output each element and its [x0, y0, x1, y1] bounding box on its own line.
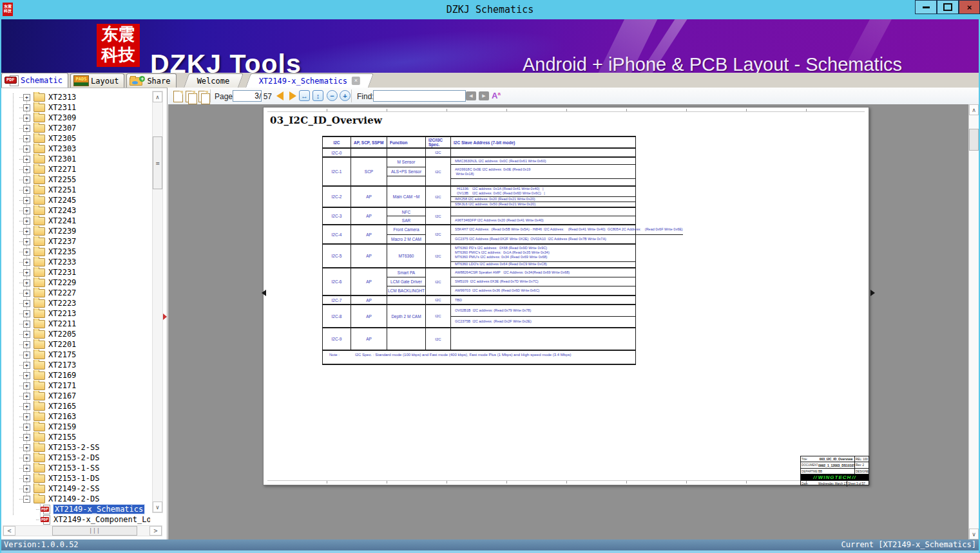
- tree-expand-icon[interactable]: +: [23, 125, 30, 132]
- find-input[interactable]: [373, 90, 466, 102]
- tree-expand-icon[interactable]: +: [23, 248, 30, 256]
- match-case-button[interactable]: Aa: [492, 91, 501, 100]
- tree-expand-icon[interactable]: +: [23, 135, 30, 142]
- tree-expand-icon[interactable]: +: [23, 228, 30, 235]
- scrollbar-thumb[interactable]: |||: [52, 526, 137, 536]
- tree-item-XT2149-2-SS[interactable]: +XT2149-2-SS: [1, 483, 150, 494]
- pdf-viewer[interactable]: 03_I2C_ID_Overview I2CAP, SCP, SSPMFunct…: [168, 104, 968, 539]
- tree-item-XT2159[interactable]: +XT2159: [1, 422, 150, 432]
- tree-expand-icon[interactable]: +: [23, 145, 30, 153]
- scroll-down-button[interactable]: ∨: [153, 501, 162, 512]
- tree-expand-icon[interactable]: +: [23, 166, 30, 173]
- tree-item-XT2171[interactable]: +XT2171: [1, 380, 150, 391]
- tree-expand-icon[interactable]: +: [23, 351, 30, 359]
- tab-welcome[interactable]: Welcome: [184, 73, 244, 88]
- viewer-vertical-scrollbar[interactable]: ∧ ∨: [968, 104, 979, 539]
- scroll-down-button[interactable]: ∨: [969, 529, 979, 539]
- tree-item-XT2149-2-DS[interactable]: −XT2149-2-DS: [1, 494, 150, 504]
- book-view-button[interactable]: [198, 91, 208, 102]
- tree-item-XT2303[interactable]: +XT2303: [1, 144, 150, 154]
- tree-item-XT2223[interactable]: +XT2223: [1, 298, 150, 308]
- tree-item-XT2213[interactable]: +XT2213: [1, 308, 150, 319]
- zoom-out-button[interactable]: −: [327, 90, 338, 101]
- tree-item-XT2205[interactable]: +XT2205: [1, 329, 150, 339]
- tree-expand-icon[interactable]: +: [23, 94, 30, 101]
- tree-expand-icon[interactable]: +: [23, 187, 30, 194]
- tree-expand-icon[interactable]: +: [23, 269, 30, 276]
- tree-item-XT2211[interactable]: +XT2211: [1, 319, 150, 329]
- tree-item-XT2243[interactable]: +XT2243: [1, 205, 150, 216]
- tree-item-XT2175[interactable]: +XT2175: [1, 350, 150, 360]
- tree-expand-icon[interactable]: +: [23, 444, 30, 451]
- tree-item-XT2167[interactable]: +XT2167: [1, 391, 150, 401]
- tree-expand-icon[interactable]: +: [23, 382, 30, 389]
- tree-expand-icon[interactable]: +: [23, 290, 30, 297]
- tree-expand-icon[interactable]: +: [23, 115, 30, 122]
- tree-item-XT2255[interactable]: +XT2255: [1, 174, 150, 185]
- tree-item-XT2153-1-DS[interactable]: +XT2153-1-DS: [1, 473, 150, 483]
- close-button[interactable]: ×: [959, 0, 980, 14]
- tree-horizontal-scrollbar[interactable]: < ||| >: [3, 525, 162, 536]
- tree-item-XT2241[interactable]: +XT2241: [1, 216, 150, 226]
- fit-width-button[interactable]: ↔: [299, 90, 310, 101]
- tree-expand-icon[interactable]: +: [23, 372, 30, 379]
- tree-vertical-scrollbar[interactable]: ∧ ≡ ∨: [152, 91, 163, 513]
- scrollbar-thumb[interactable]: [969, 129, 979, 151]
- tab-document-schematics[interactable]: XT2149-x_Schematics ×: [245, 73, 374, 88]
- tree-item-XT2309[interactable]: +XT2309: [1, 113, 150, 123]
- tree-expand-icon[interactable]: +: [23, 300, 30, 307]
- maximize-button[interactable]: [937, 0, 959, 14]
- tree-item-XT2271[interactable]: +XT2271: [1, 164, 150, 174]
- tree-expand-icon[interactable]: +: [23, 197, 30, 204]
- tree-expand-icon[interactable]: +: [23, 207, 30, 214]
- tree-item-XT2229[interactable]: +XT2229: [1, 277, 150, 288]
- tree-expand-icon[interactable]: +: [23, 434, 30, 441]
- tree-expand-icon[interactable]: +: [23, 362, 30, 369]
- tree-expand-icon[interactable]: +: [23, 465, 30, 472]
- tree-item-XT2163[interactable]: +XT2163: [1, 411, 150, 422]
- scroll-right-button[interactable]: >: [149, 526, 162, 536]
- tree-item-XT2245[interactable]: +XT2245: [1, 195, 150, 205]
- tree-expand-icon[interactable]: +: [23, 279, 30, 286]
- minimize-button[interactable]: [915, 0, 937, 14]
- fit-page-button[interactable]: ↕: [312, 90, 323, 101]
- scrollbar-thumb[interactable]: ≡: [153, 136, 162, 189]
- tree-expand-icon[interactable]: +: [23, 341, 30, 348]
- tree-expand-icon[interactable]: +: [23, 156, 30, 163]
- tab-schematic[interactable]: PDF Schematic: [1, 73, 68, 88]
- tree-expand-icon[interactable]: +: [23, 310, 30, 317]
- tree-item-XT2313[interactable]: +XT2313: [1, 92, 150, 102]
- splitter-collapse-arrow[interactable]: [163, 314, 167, 320]
- tree-item-XT2153-2-DS[interactable]: +XT2153-2-DS: [1, 453, 150, 463]
- tree-item-XT2307[interactable]: +XT2307: [1, 123, 150, 133]
- single-page-view-button[interactable]: [173, 91, 183, 102]
- tree-expand-icon[interactable]: +: [23, 331, 30, 338]
- next-page-button[interactable]: [289, 91, 296, 100]
- tree-expand-icon[interactable]: +: [23, 104, 30, 111]
- scroll-left-button[interactable]: <: [3, 526, 15, 536]
- tree-expand-icon[interactable]: +: [23, 455, 30, 462]
- tree-item-XT2149-x_Component_Locati[interactable]: PDFXT2149-x_Component_Locati: [1, 514, 150, 525]
- tree-item-XT2305[interactable]: +XT2305: [1, 133, 150, 144]
- previous-page-button[interactable]: [276, 91, 283, 100]
- tree-item-XT2301[interactable]: +XT2301: [1, 154, 150, 164]
- tree-expand-icon[interactable]: +: [23, 475, 30, 482]
- tree-expand-icon[interactable]: +: [23, 403, 30, 410]
- tree-item-XT2233[interactable]: +XT2233: [1, 257, 150, 267]
- scroll-up-button[interactable]: ∧: [969, 104, 979, 115]
- tree-item-XT2153-1-SS[interactable]: +XT2153-1-SS: [1, 463, 150, 473]
- tree-item-XT2153-2-SS[interactable]: +XT2153-2-SS: [1, 442, 150, 453]
- tree-item-XT2155[interactable]: +XT2155: [1, 432, 150, 442]
- scroll-up-button[interactable]: ∧: [153, 91, 162, 102]
- tree-expand-icon[interactable]: +: [23, 424, 30, 431]
- tree-expand-icon[interactable]: +: [23, 485, 30, 492]
- facing-pages-view-button[interactable]: [186, 91, 195, 102]
- tree-expand-icon[interactable]: +: [23, 321, 30, 328]
- tree-item-XT2237[interactable]: +XT2237: [1, 236, 150, 247]
- close-tab-icon[interactable]: ×: [352, 77, 360, 85]
- tree-item-XT2251[interactable]: +XT2251: [1, 185, 150, 195]
- tree-expand-icon[interactable]: +: [23, 176, 30, 183]
- tab-layout[interactable]: PADS Layout: [70, 73, 124, 88]
- tree-expand-icon[interactable]: +: [23, 218, 30, 225]
- tree-expand-icon[interactable]: +: [23, 238, 30, 245]
